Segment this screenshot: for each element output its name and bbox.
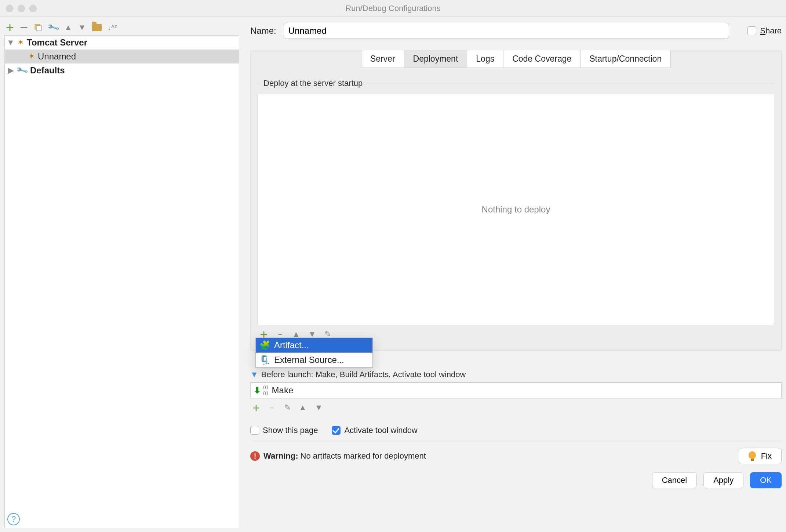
tree-item-label: Defaults <box>30 65 65 76</box>
settings-config-icon[interactable]: 🔧 <box>48 23 58 32</box>
tree-item-unnamed[interactable]: ✶ Unnamed <box>5 50 239 63</box>
chevron-down-icon[interactable]: ▼ <box>7 38 14 47</box>
window: Run/Debug Configurations 🔧 ▲ ▼ <box>0 0 786 532</box>
tab-startup-connection[interactable]: Startup/Connection <box>580 50 671 68</box>
config-tree[interactable]: ▼ ✶ Tomcat Server ✶ Unnamed ▶ 🔧 Defaults <box>4 35 239 528</box>
bl-up-icon[interactable]: ▲ <box>299 403 307 412</box>
close-window-icon[interactable] <box>6 5 13 12</box>
checkbox-icon[interactable] <box>747 26 756 35</box>
move-down-icon[interactable]: ▼ <box>78 23 86 32</box>
add-config-icon[interactable] <box>6 23 14 32</box>
sort-az-icon[interactable]: ↓ᴬᶻ <box>108 23 117 32</box>
zoom-window-icon[interactable] <box>29 5 37 12</box>
deploy-toolbar: － ▲ ▼ ✎ 🧩 Artifact... 🗜️ E <box>258 325 774 343</box>
before-launch-header[interactable]: ▼ Before launch: Make, Build Artifacts, … <box>250 370 782 379</box>
chevron-down-icon[interactable]: ▼ <box>250 370 258 379</box>
archive-icon: 🗜️ <box>259 355 270 365</box>
tab-logs[interactable]: Logs <box>467 50 503 68</box>
tree-item-label: Tomcat Server <box>27 37 87 48</box>
name-input[interactable] <box>284 23 729 39</box>
deploy-group: Deploy at the server startup Nothing to … <box>257 78 775 344</box>
remove-config-icon[interactable] <box>20 23 28 32</box>
config-tabs: Server Deployment Logs Code Coverage Sta… <box>361 50 671 68</box>
left-toolbar: 🔧 ▲ ▼ ↓ᴬᶻ <box>4 23 239 35</box>
right-panel: Name: SSharehare Server Deployment Logs … <box>243 23 782 528</box>
window-title: Run/Debug Configurations <box>0 4 786 13</box>
titlebar: Run/Debug Configurations <box>0 0 786 17</box>
name-label: Name: <box>250 26 276 36</box>
tree-item-defaults[interactable]: ▶ 🔧 Defaults <box>5 63 239 77</box>
deploy-group-title: Deploy at the server startup <box>260 79 366 88</box>
share-label: SSharehare <box>760 26 782 36</box>
make-icon: ⬇︎ <box>254 385 261 396</box>
tree-item-tomcat-server[interactable]: ▼ ✶ Tomcat Server <box>5 36 239 50</box>
before-launch-list[interactable]: ⬇︎ 0101 Make <box>250 382 782 398</box>
checkbox-icon[interactable] <box>250 426 259 435</box>
tab-code-coverage[interactable]: Code Coverage <box>503 50 580 68</box>
move-up-icon[interactable]: ▲ <box>64 23 72 32</box>
warning-icon: ! <box>250 451 260 461</box>
edit-before-launch-icon[interactable]: ✎ <box>284 403 291 412</box>
deployment-panel: Server Deployment Logs Code Coverage Sta… <box>250 50 782 351</box>
artifact-icon: 🧩 <box>259 340 270 350</box>
before-launch-title: Before launch: Make, Build Artifacts, Ac… <box>261 370 466 379</box>
menu-item-label: External Source... <box>274 355 344 365</box>
folder-icon[interactable] <box>92 24 102 31</box>
warning-footer: ! Warning: No artifacts marked for deplo… <box>250 442 782 464</box>
svg-rect-1 <box>36 26 41 31</box>
checkbox-checked-icon[interactable] <box>332 426 341 435</box>
fix-button-label: Fix <box>761 451 772 460</box>
before-launch-item: Make <box>272 385 294 396</box>
add-deploy-menu: 🧩 Artifact... 🗜️ External Source... <box>255 338 373 368</box>
share-checkbox[interactable]: SSharehare <box>747 26 782 36</box>
binary-icon: 0101 <box>263 385 269 396</box>
activate-tool-window-checkbox[interactable]: Activate tool window <box>332 426 417 435</box>
menu-item-artifact[interactable]: 🧩 Artifact... <box>256 338 372 353</box>
apply-button[interactable]: Apply <box>703 472 743 488</box>
help-button[interactable]: ? <box>7 513 20 525</box>
lightbulb-icon <box>749 451 756 459</box>
ok-button[interactable]: OK <box>750 472 782 488</box>
fix-button[interactable]: Fix <box>739 448 782 464</box>
activate-tool-window-label: Activate tool window <box>344 426 417 435</box>
left-panel: 🔧 ▲ ▼ ↓ᴬᶻ ▼ ✶ Tomcat Server ✶ Unnamed <box>4 23 239 528</box>
add-before-launch-icon[interactable] <box>252 403 260 412</box>
tab-deployment[interactable]: Deployment <box>404 50 467 68</box>
window-controls <box>6 5 37 12</box>
deploy-list[interactable]: Nothing to deploy <box>258 94 774 325</box>
tree-item-label: Unnamed <box>38 51 76 62</box>
remove-before-launch-icon[interactable]: － <box>268 402 276 413</box>
minimize-window-icon[interactable] <box>18 5 25 12</box>
menu-item-label: Artifact... <box>274 340 309 350</box>
chevron-right-icon[interactable]: ▶ <box>7 66 14 75</box>
warning-label: Warning: <box>263 451 298 461</box>
show-this-page-checkbox[interactable]: Show this page <box>250 426 318 435</box>
deploy-placeholder: Nothing to deploy <box>482 204 550 215</box>
warning-text: No artifacts marked for deployment <box>301 451 426 461</box>
cancel-button[interactable]: Cancel <box>652 472 697 488</box>
menu-item-external-source[interactable]: 🗜️ External Source... <box>256 353 372 367</box>
show-this-page-label: Show this page <box>263 426 318 435</box>
tab-server[interactable]: Server <box>361 50 404 68</box>
bl-down-icon[interactable]: ▼ <box>315 403 323 412</box>
before-launch-toolbar: － ✎ ▲ ▼ <box>250 398 782 417</box>
copy-config-icon[interactable] <box>34 23 43 32</box>
